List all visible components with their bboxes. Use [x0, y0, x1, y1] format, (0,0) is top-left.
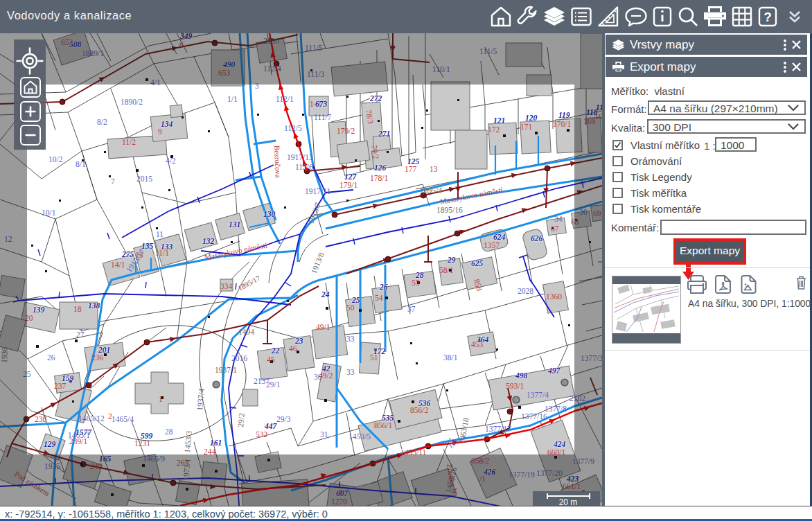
- svg-text:24: 24: [321, 290, 330, 299]
- svg-text:138: 138: [88, 301, 100, 310]
- svg-text:11: 11: [156, 230, 164, 238]
- svg-text:177: 177: [405, 165, 417, 173]
- svg-text:334: 334: [220, 282, 233, 290]
- svg-text:125: 125: [407, 157, 420, 166]
- svg-text:856/1: 856/1: [374, 421, 392, 430]
- svg-text:49/1: 49/1: [316, 323, 330, 331]
- svg-text:1917/11: 1917/11: [305, 187, 331, 195]
- svg-text:1: 1: [159, 395, 163, 403]
- svg-text:29/3: 29/3: [276, 415, 291, 423]
- svg-text:20 m: 20 m: [559, 497, 578, 506]
- svg-text:34: 34: [554, 215, 563, 223]
- svg-text:26: 26: [47, 353, 55, 362]
- svg-text:1890/2: 1890/2: [121, 98, 143, 106]
- svg-text:161: 161: [210, 439, 222, 447]
- svg-text:13: 13: [135, 251, 143, 259]
- svg-text:8/1: 8/1: [76, 160, 86, 168]
- svg-text:55: 55: [412, 279, 420, 287]
- svg-text:27: 27: [76, 330, 85, 339]
- svg-text:10/1: 10/1: [42, 209, 56, 217]
- svg-text:8/2: 8/2: [97, 118, 107, 126]
- svg-text:127: 127: [344, 173, 358, 181]
- svg-text:33: 33: [346, 335, 355, 343]
- svg-text:424: 424: [553, 440, 566, 448]
- svg-text:593/1: 593/1: [506, 382, 524, 390]
- svg-text:112/5: 112/5: [284, 124, 302, 132]
- svg-text:26: 26: [379, 283, 388, 291]
- svg-text:45: 45: [267, 355, 275, 364]
- svg-text:159: 159: [62, 374, 74, 382]
- svg-text:133: 133: [161, 242, 173, 251]
- svg-text:18: 18: [73, 305, 82, 313]
- svg-text:1377/8: 1377/8: [545, 405, 567, 413]
- svg-text:1360: 1360: [546, 292, 562, 301]
- svg-text:58/1: 58/1: [439, 266, 454, 274]
- svg-text:33: 33: [346, 368, 355, 376]
- svg-text:129: 129: [44, 440, 56, 448]
- svg-text:364: 364: [476, 335, 489, 344]
- svg-text:1917/13: 1917/13: [287, 153, 313, 161]
- svg-text:1231: 1231: [134, 439, 150, 448]
- svg-text:1357: 1357: [484, 241, 500, 249]
- svg-text:1377/4: 1377/4: [527, 391, 549, 399]
- svg-text:626: 626: [531, 234, 543, 242]
- svg-text:120: 120: [525, 114, 538, 122]
- svg-text:238: 238: [35, 415, 47, 423]
- svg-text:536: 536: [418, 399, 431, 407]
- svg-text:29/2: 29/2: [236, 413, 246, 428]
- svg-text:126: 126: [374, 164, 387, 172]
- svg-text:23: 23: [294, 337, 303, 345]
- svg-text:1577: 1577: [76, 428, 92, 436]
- svg-text:7: 7: [111, 177, 115, 186]
- svg-text:139: 139: [33, 306, 45, 314]
- svg-text:?: ?: [764, 10, 772, 24]
- svg-text:239/1: 239/1: [69, 437, 87, 445]
- svg-text:11/2: 11/2: [122, 138, 136, 146]
- svg-text:38/1: 38/1: [443, 353, 458, 362]
- svg-text:132: 132: [202, 237, 215, 245]
- svg-text:179/2: 179/2: [337, 127, 355, 135]
- svg-text:Bezručova: Bezručova: [273, 145, 283, 179]
- svg-text:37: 37: [407, 305, 416, 313]
- svg-text:673: 673: [315, 100, 328, 108]
- svg-text:1/1: 1/1: [227, 95, 238, 103]
- svg-text:50: 50: [346, 303, 355, 312]
- svg-text:1494: 1494: [238, 328, 254, 336]
- svg-text:599: 599: [141, 432, 153, 440]
- svg-text:498: 498: [515, 371, 528, 380]
- svg-text:119: 119: [558, 111, 570, 119]
- svg-text:14/1: 14/1: [111, 260, 125, 269]
- svg-text:9: 9: [158, 127, 162, 136]
- svg-text:111/7: 111/7: [314, 113, 332, 121]
- svg-text:22: 22: [271, 346, 280, 355]
- svg-text:4/2: 4/2: [166, 157, 176, 165]
- svg-text:10/2: 10/2: [48, 155, 63, 164]
- svg-text:31: 31: [320, 430, 328, 439]
- svg-text:1895/4: 1895/4: [420, 186, 442, 195]
- svg-text:25: 25: [351, 296, 360, 304]
- svg-text:1937/1: 1937/1: [215, 366, 237, 374]
- svg-text:42: 42: [321, 364, 330, 373]
- svg-text:134: 134: [161, 120, 173, 128]
- svg-text:271: 271: [378, 130, 390, 138]
- svg-text:170/1: 170/1: [553, 120, 571, 128]
- svg-text:236: 236: [91, 353, 104, 362]
- svg-text:121: 121: [493, 116, 505, 125]
- svg-text:172: 172: [488, 125, 500, 134]
- svg-text:2028: 2028: [518, 287, 533, 295]
- svg-text:201: 201: [98, 346, 110, 354]
- svg-text:275: 275: [121, 250, 134, 258]
- svg-text:1465/4: 1465/4: [112, 415, 134, 423]
- svg-text:28: 28: [165, 427, 173, 436]
- svg-text:237: 237: [54, 382, 67, 390]
- svg-text:532: 532: [256, 430, 268, 439]
- svg-text:625: 625: [471, 259, 484, 267]
- svg-text:112/1: 112/1: [276, 95, 294, 103]
- svg-text:131: 131: [229, 220, 240, 229]
- svg-text:1377/16: 1377/16: [521, 412, 547, 421]
- svg-text:272: 272: [369, 94, 382, 103]
- svg-text:447: 447: [264, 422, 278, 430]
- svg-text:28: 28: [415, 271, 424, 279]
- svg-text:171: 171: [520, 123, 533, 131]
- svg-text:535: 535: [382, 414, 394, 422]
